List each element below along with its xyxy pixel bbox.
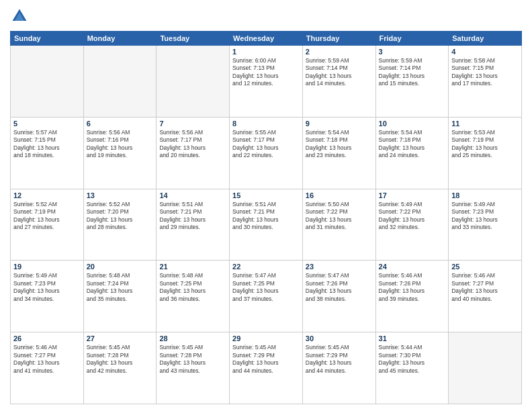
calendar-week-1: 1Sunrise: 6:00 AMSunset: 7:13 PMDaylight… xyxy=(11,46,522,118)
day-number: 9 xyxy=(306,120,373,128)
calendar-week-3: 12Sunrise: 5:52 AMSunset: 7:19 PMDayligh… xyxy=(11,189,522,261)
calendar-cell: 11Sunrise: 5:53 AMSunset: 7:19 PMDayligh… xyxy=(449,117,522,189)
weekday-header-wednesday: Wednesday xyxy=(230,32,303,46)
calendar-cell: 16Sunrise: 5:50 AMSunset: 7:22 PMDayligh… xyxy=(302,189,375,261)
calendar-cell: 8Sunrise: 5:55 AMSunset: 7:17 PMDaylight… xyxy=(230,117,303,189)
calendar-cell: 10Sunrise: 5:54 AMSunset: 7:18 PMDayligh… xyxy=(375,117,449,189)
calendar-cell: 2Sunrise: 5:59 AMSunset: 7:14 PMDaylight… xyxy=(302,46,375,118)
day-number: 10 xyxy=(379,120,446,128)
day-number: 21 xyxy=(159,263,226,271)
calendar-cell: 15Sunrise: 5:51 AMSunset: 7:21 PMDayligh… xyxy=(230,189,303,261)
day-number: 22 xyxy=(232,263,300,271)
calendar-cell xyxy=(157,46,230,118)
day-number: 11 xyxy=(451,120,519,128)
day-number: 29 xyxy=(232,334,300,342)
day-number: 31 xyxy=(379,334,446,342)
day-number: 5 xyxy=(13,120,81,128)
day-info: Sunrise: 5:48 AMSunset: 7:25 PMDaylight:… xyxy=(159,272,226,303)
calendar-cell: 27Sunrise: 5:45 AMSunset: 7:28 PMDayligh… xyxy=(83,332,157,404)
day-info: Sunrise: 5:51 AMSunset: 7:21 PMDaylight:… xyxy=(232,201,300,232)
calendar-cell: 14Sunrise: 5:51 AMSunset: 7:21 PMDayligh… xyxy=(157,189,230,261)
day-number: 2 xyxy=(306,48,373,56)
calendar-cell: 4Sunrise: 5:58 AMSunset: 7:15 PMDaylight… xyxy=(449,46,522,118)
day-info: Sunrise: 5:48 AMSunset: 7:24 PMDaylight:… xyxy=(87,272,154,303)
day-number: 30 xyxy=(306,334,373,342)
calendar-cell: 5Sunrise: 5:57 AMSunset: 7:15 PMDaylight… xyxy=(11,117,84,189)
day-number: 17 xyxy=(379,191,446,199)
day-number: 8 xyxy=(232,120,300,128)
day-info: Sunrise: 5:49 AMSunset: 7:22 PMDaylight:… xyxy=(379,201,446,232)
day-info: Sunrise: 5:53 AMSunset: 7:19 PMDaylight:… xyxy=(451,129,519,160)
day-number: 26 xyxy=(13,334,81,342)
day-number: 7 xyxy=(159,120,226,128)
day-info: Sunrise: 5:47 AMSunset: 7:26 PMDaylight:… xyxy=(306,272,373,303)
calendar-cell: 26Sunrise: 5:46 AMSunset: 7:27 PMDayligh… xyxy=(11,332,84,404)
day-info: Sunrise: 5:45 AMSunset: 7:28 PMDaylight:… xyxy=(159,344,226,375)
calendar-cell: 30Sunrise: 5:45 AMSunset: 7:29 PMDayligh… xyxy=(302,332,375,404)
calendar-cell: 3Sunrise: 5:59 AMSunset: 7:14 PMDaylight… xyxy=(375,46,449,118)
day-number: 3 xyxy=(379,48,446,56)
day-number: 19 xyxy=(13,263,81,271)
day-info: Sunrise: 5:45 AMSunset: 7:29 PMDaylight:… xyxy=(306,344,373,375)
day-number: 1 xyxy=(232,48,300,56)
calendar-week-4: 19Sunrise: 5:49 AMSunset: 7:23 PMDayligh… xyxy=(11,261,522,332)
weekday-header-row: SundayMondayTuesdayWednesdayThursdayFrid… xyxy=(11,32,522,46)
weekday-header-thursday: Thursday xyxy=(302,32,375,46)
weekday-header-friday: Friday xyxy=(375,32,449,46)
calendar-cell: 20Sunrise: 5:48 AMSunset: 7:24 PMDayligh… xyxy=(83,261,157,332)
day-info: Sunrise: 5:54 AMSunset: 7:18 PMDaylight:… xyxy=(379,129,446,160)
calendar-cell: 13Sunrise: 5:52 AMSunset: 7:20 PMDayligh… xyxy=(83,189,157,261)
weekday-header-sunday: Sunday xyxy=(11,32,84,46)
day-info: Sunrise: 5:59 AMSunset: 7:14 PMDaylight:… xyxy=(379,57,446,88)
day-number: 4 xyxy=(451,48,519,56)
calendar-cell: 17Sunrise: 5:49 AMSunset: 7:22 PMDayligh… xyxy=(375,189,449,261)
logo-icon xyxy=(10,7,29,26)
calendar-cell: 29Sunrise: 5:45 AMSunset: 7:29 PMDayligh… xyxy=(230,332,303,404)
weekday-header-saturday: Saturday xyxy=(449,32,522,46)
calendar-cell: 21Sunrise: 5:48 AMSunset: 7:25 PMDayligh… xyxy=(157,261,230,332)
calendar-cell: 25Sunrise: 5:46 AMSunset: 7:27 PMDayligh… xyxy=(449,261,522,332)
calendar-cell: 28Sunrise: 5:45 AMSunset: 7:28 PMDayligh… xyxy=(157,332,230,404)
day-number: 16 xyxy=(306,191,373,199)
day-info: Sunrise: 5:58 AMSunset: 7:15 PMDaylight:… xyxy=(451,57,519,88)
day-info: Sunrise: 5:46 AMSunset: 7:27 PMDaylight:… xyxy=(451,272,519,303)
day-number: 23 xyxy=(306,263,373,271)
day-number: 18 xyxy=(451,191,519,199)
calendar-week-5: 26Sunrise: 5:46 AMSunset: 7:27 PMDayligh… xyxy=(11,332,522,404)
calendar-cell: 22Sunrise: 5:47 AMSunset: 7:25 PMDayligh… xyxy=(230,261,303,332)
day-info: Sunrise: 5:51 AMSunset: 7:21 PMDaylight:… xyxy=(159,201,226,232)
day-number: 20 xyxy=(87,263,154,271)
calendar-cell: 19Sunrise: 5:49 AMSunset: 7:23 PMDayligh… xyxy=(11,261,84,332)
day-info: Sunrise: 5:46 AMSunset: 7:27 PMDaylight:… xyxy=(13,344,81,375)
day-info: Sunrise: 5:50 AMSunset: 7:22 PMDaylight:… xyxy=(306,201,373,232)
day-info: Sunrise: 6:00 AMSunset: 7:13 PMDaylight:… xyxy=(232,57,300,88)
calendar-cell: 6Sunrise: 5:56 AMSunset: 7:16 PMDaylight… xyxy=(83,117,157,189)
day-number: 24 xyxy=(379,263,446,271)
calendar-cell xyxy=(11,46,84,118)
day-info: Sunrise: 5:56 AMSunset: 7:17 PMDaylight:… xyxy=(159,129,226,160)
day-info: Sunrise: 5:56 AMSunset: 7:16 PMDaylight:… xyxy=(87,129,154,160)
day-info: Sunrise: 5:45 AMSunset: 7:29 PMDaylight:… xyxy=(232,344,300,375)
calendar-week-2: 5Sunrise: 5:57 AMSunset: 7:15 PMDaylight… xyxy=(11,117,522,189)
calendar-cell: 9Sunrise: 5:54 AMSunset: 7:18 PMDaylight… xyxy=(302,117,375,189)
weekday-header-monday: Monday xyxy=(83,32,157,46)
day-info: Sunrise: 5:59 AMSunset: 7:14 PMDaylight:… xyxy=(306,57,373,88)
day-info: Sunrise: 5:44 AMSunset: 7:30 PMDaylight:… xyxy=(379,344,446,375)
calendar-cell xyxy=(83,46,157,118)
logo xyxy=(10,7,32,26)
calendar-table: SundayMondayTuesdayWednesdayThursdayFrid… xyxy=(10,31,522,404)
day-number: 6 xyxy=(87,120,154,128)
calendar-cell xyxy=(449,332,522,404)
day-info: Sunrise: 5:52 AMSunset: 7:20 PMDaylight:… xyxy=(87,201,154,232)
calendar-cell: 12Sunrise: 5:52 AMSunset: 7:19 PMDayligh… xyxy=(11,189,84,261)
calendar-cell: 7Sunrise: 5:56 AMSunset: 7:17 PMDaylight… xyxy=(157,117,230,189)
day-info: Sunrise: 5:54 AMSunset: 7:18 PMDaylight:… xyxy=(306,129,373,160)
calendar-cell: 24Sunrise: 5:46 AMSunset: 7:26 PMDayligh… xyxy=(375,261,449,332)
day-number: 25 xyxy=(451,263,519,271)
day-number: 28 xyxy=(159,334,226,342)
day-info: Sunrise: 5:57 AMSunset: 7:15 PMDaylight:… xyxy=(13,129,81,160)
day-info: Sunrise: 5:49 AMSunset: 7:23 PMDaylight:… xyxy=(13,272,81,303)
day-number: 27 xyxy=(87,334,154,342)
calendar-cell: 18Sunrise: 5:49 AMSunset: 7:23 PMDayligh… xyxy=(449,189,522,261)
calendar-cell: 23Sunrise: 5:47 AMSunset: 7:26 PMDayligh… xyxy=(302,261,375,332)
